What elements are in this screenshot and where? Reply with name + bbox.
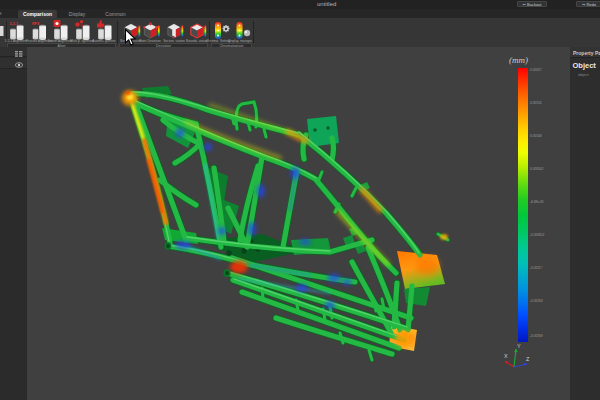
svg-text:Y: Y xyxy=(517,343,521,349)
svg-text:X: X xyxy=(504,353,508,359)
svg-text:Z: Z xyxy=(526,356,530,362)
